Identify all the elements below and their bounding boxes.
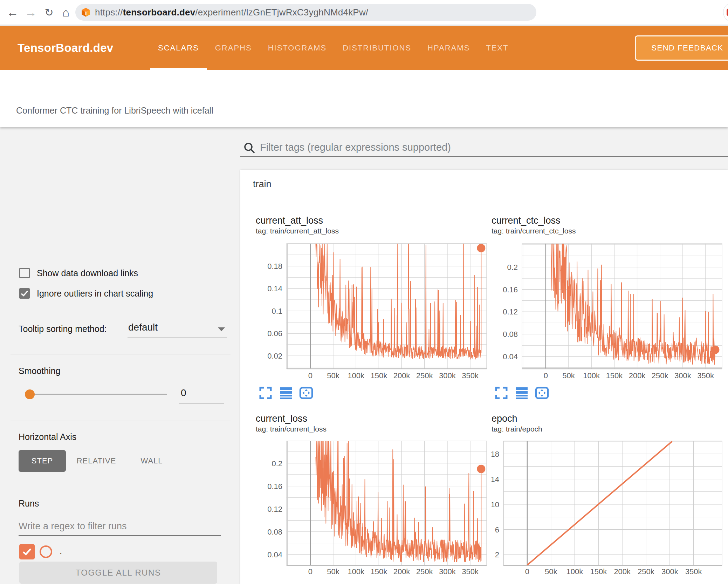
svg-text:300k: 300k xyxy=(661,567,679,576)
slider-thumb[interactable] xyxy=(25,389,35,399)
forward-icon[interactable]: → xyxy=(23,0,39,25)
axis-wall-button[interactable]: WALL xyxy=(132,450,171,472)
svg-text:50k: 50k xyxy=(545,567,557,576)
svg-text:0.14: 0.14 xyxy=(267,284,282,293)
svg-text:0.12: 0.12 xyxy=(503,307,518,316)
checkmark-icon xyxy=(22,548,32,556)
show-download-links-label: Show data download links xyxy=(37,268,138,278)
svg-text:300k: 300k xyxy=(439,371,456,380)
tag-filter-input[interactable]: Filter tags (regular expressions support… xyxy=(240,140,728,157)
chart-current-att-loss[interactable]: 050k100k150k200k250k300k350k0.020.060.10… xyxy=(256,238,489,385)
svg-text:0.16: 0.16 xyxy=(503,285,518,294)
send-feedback-button[interactable]: SEND FEEDBACK xyxy=(635,35,728,61)
svg-text:18: 18 xyxy=(492,450,499,459)
url-path: /experiment/lzGnETjwRxC3yghNMd4kPw/ xyxy=(195,7,368,18)
chart-tag: tag: train/epoch xyxy=(492,425,724,434)
tab-text[interactable]: TEXT xyxy=(478,26,516,70)
chart-epoch[interactable]: 050k100k150k200k250k300k350k26101418 xyxy=(492,436,724,584)
svg-text:200k: 200k xyxy=(393,567,411,576)
svg-text:2: 2 xyxy=(495,550,499,559)
svg-text:0.02: 0.02 xyxy=(267,352,282,360)
chart-title: current_ctc_loss xyxy=(492,215,724,226)
chart-actions xyxy=(494,386,724,400)
svg-text:150k: 150k xyxy=(370,567,387,576)
chart-actions xyxy=(259,386,489,400)
adblock-octagon-icon xyxy=(727,6,728,19)
fullscreen-icon[interactable] xyxy=(494,386,508,400)
data-table-icon[interactable] xyxy=(279,386,293,400)
home-icon[interactable]: ⌂ xyxy=(58,0,74,25)
runs-label: Runs xyxy=(19,498,39,509)
run-color-circle-icon[interactable] xyxy=(40,545,52,558)
runs-filter-placeholder: Write a regex to filter runs xyxy=(19,521,127,532)
tab-graphs[interactable]: GRAPHS xyxy=(207,26,260,70)
svg-text:200k: 200k xyxy=(393,371,411,380)
tooltip-sorting-dropdown[interactable]: default xyxy=(128,319,227,338)
toggle-all-runs-button[interactable]: TOGGLE ALL RUNS xyxy=(19,562,217,584)
svg-text:150k: 150k xyxy=(606,371,623,380)
svg-text:300k: 300k xyxy=(674,371,692,380)
fit-domain-icon[interactable] xyxy=(535,386,549,400)
svg-text:50k: 50k xyxy=(562,371,575,380)
svg-text:350k: 350k xyxy=(462,371,479,380)
sidebar-divider xyxy=(11,354,231,354)
svg-text:200k: 200k xyxy=(614,567,631,576)
fullscreen-icon[interactable] xyxy=(259,386,273,400)
data-table-icon[interactable] xyxy=(515,386,529,400)
axis-step-button[interactable]: STEP xyxy=(19,450,66,472)
show-download-links-checkbox[interactable]: Show data download links xyxy=(19,268,138,278)
svg-text:0: 0 xyxy=(308,567,313,576)
chart-tag: tag: train/current_ctc_loss xyxy=(492,226,724,236)
tag-filter-placeholder: Filter tags (regular expressions support… xyxy=(260,142,451,153)
svg-text:0.12: 0.12 xyxy=(267,505,282,514)
svg-text:14: 14 xyxy=(492,475,499,484)
svg-text:50k: 50k xyxy=(327,371,339,380)
url-text: https://tensorboard.dev/experiment/lzGnE… xyxy=(95,7,368,18)
section-train[interactable]: train xyxy=(240,170,728,199)
checkbox-checked-icon xyxy=(19,288,30,299)
smoothing-slider[interactable] xyxy=(30,394,167,395)
app-logo[interactable]: TensorBoard.dev xyxy=(18,26,113,70)
tab-hparams[interactable]: HPARAMS xyxy=(419,26,478,70)
run-checkbox[interactable] xyxy=(19,544,35,559)
chart-current-loss[interactable]: 050k100k150k200k250k300k350k0.040.080.12… xyxy=(256,436,489,584)
svg-text:250k: 250k xyxy=(638,567,655,576)
back-icon[interactable]: ← xyxy=(5,0,20,25)
tensorboard-favicon-icon xyxy=(81,7,91,17)
dropdown-caret-icon xyxy=(218,327,225,331)
svg-text:200k: 200k xyxy=(629,371,646,380)
extension-icon[interactable] xyxy=(723,2,728,22)
settings-sidebar: Show data download links Ignore outliers… xyxy=(0,127,240,584)
svg-text:0.16: 0.16 xyxy=(267,482,282,491)
runs-filter-input[interactable]: Write a regex to filter runs xyxy=(19,519,221,536)
svg-text:350k: 350k xyxy=(697,371,714,380)
svg-text:0.08: 0.08 xyxy=(267,528,282,536)
svg-text:0.18: 0.18 xyxy=(267,262,282,271)
smoothing-value-field[interactable]: 0 xyxy=(179,387,224,403)
url-scheme: https:// xyxy=(95,7,123,18)
svg-text:0: 0 xyxy=(544,371,548,380)
svg-text:100k: 100k xyxy=(348,567,365,576)
svg-text:350k: 350k xyxy=(462,567,479,576)
tab-distributions[interactable]: DISTRIBUTIONS xyxy=(335,26,419,70)
sidebar-divider xyxy=(11,488,231,488)
svg-text:300k: 300k xyxy=(439,567,456,576)
svg-text:0: 0 xyxy=(525,567,529,576)
chart-current-ctc-loss[interactable]: 050k100k150k200k250k300k350k0.040.080.12… xyxy=(492,238,724,385)
url-bar[interactable]: https://tensorboard.dev/experiment/lzGnE… xyxy=(75,4,536,21)
fit-domain-icon[interactable] xyxy=(299,386,313,400)
chart-title: current_loss xyxy=(256,413,489,424)
svg-text:6: 6 xyxy=(495,525,499,534)
checkmark-icon xyxy=(21,290,28,297)
ignore-outliers-checkbox[interactable]: Ignore outliers in chart scaling xyxy=(19,288,153,299)
chart-title: current_att_loss xyxy=(256,215,489,226)
chart-tag: tag: train/current_loss xyxy=(256,425,489,434)
tab-scalars[interactable]: SCALARS xyxy=(150,26,207,70)
reload-icon[interactable]: ↻ xyxy=(41,0,57,25)
chart-block-current-loss: current_loss tag: train/current_loss 050… xyxy=(256,413,489,584)
axis-relative-button[interactable]: RELATIVE xyxy=(70,450,123,472)
svg-text:0.04: 0.04 xyxy=(267,550,282,559)
tab-histograms[interactable]: HISTOGRAMS xyxy=(260,26,335,70)
svg-text:0.06: 0.06 xyxy=(267,329,282,338)
svg-text:0: 0 xyxy=(308,371,313,380)
